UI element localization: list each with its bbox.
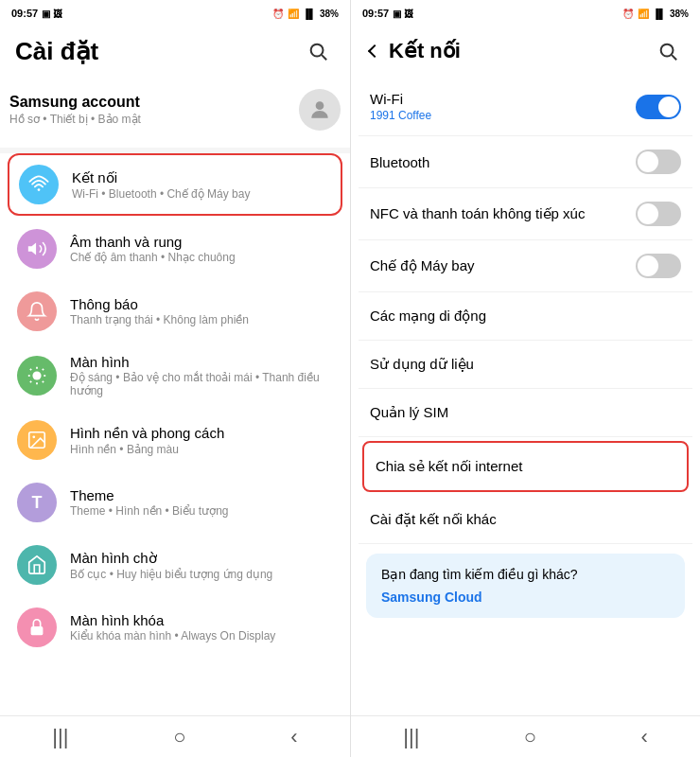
thong-bao-sub: Thanh trạng thái • Không làm phiền [70,313,249,326]
right-search-button[interactable] [651,34,685,68]
hinh-nen-sub: Hình nền • Bảng màu [70,443,224,456]
conn-data[interactable]: Sử dụng dữ liệu [359,341,692,389]
man-hinh-cho-sub: Bố cục • Huy hiệu biểu tượng ứng dụng [70,568,272,581]
right-status-bar: 09:57 ▣ 🖼 ⏰ 📶 ▐▌ 38% [351,0,700,26]
sidebar-item-man-hinh-cho[interactable]: Màn hình chờ Bố cục • Huy hiệu biểu tượn… [8,536,342,594]
svg-line-9 [30,369,31,370]
settings-list: Kết nối Wi-Fi • Bluetooth • Chế độ Máy b… [0,153,350,715]
mayBay-title: Chế độ Máy bay [370,257,475,274]
avatar [299,89,341,131]
conn-hotspot-wrapper: Chia sẻ kết nối internet [362,441,689,492]
left-status-right: ⏰ 📶 ▐▌ 38% [272,9,339,19]
nfc-title: NFC và thanh toán không tiếp xúc [370,205,585,222]
svg-line-17 [672,55,676,60]
sidebar-item-man-hinh[interactable]: Màn hình Độ sáng • Bảo vệ cho mắt thoải … [8,344,342,407]
wifi-toggle-knob [658,97,679,117]
left-header: Cài đặt [0,26,350,78]
right-page-title: Kết nối [389,39,461,63]
left-panel: 09:57 ▣ 🖼 ⏰ 📶 ▐▌ 38% Cài đặt Samsung acc… [0,0,350,757]
conn-nfc[interactable]: NFC và thanh toán không tiếp xúc [359,188,692,240]
right-header: Kết nối [351,26,700,78]
samsung-account-item[interactable]: Samsung account Hồ sơ • Thiết bị • Bảo m… [0,78,350,142]
man-hinh-cho-icon [17,545,57,585]
thong-bao-icon [17,291,57,331]
left-signal-icon: ▐▌ [303,9,316,19]
conn-hotspot[interactable]: Chia sẻ kết nối internet [364,443,687,490]
right-status-time: 09:57 ▣ 🖼 [362,8,413,19]
other-title: Cài đặt kết nối khác [370,511,497,528]
svg-line-12 [30,381,31,382]
wifi-title: Wi-Fi [370,91,431,107]
suggestion-box: Bạn đang tìm kiếm điều gì khác? Samsung … [366,554,685,618]
sidebar-item-man-hinh-khoa[interactable]: Màn hình khóa Kiểu khóa màn hình • Alway… [8,598,342,657]
right-nav-home[interactable]: ○ [524,725,536,749]
left-alarm-icon: ⏰ [272,9,284,19]
bluetooth-toggle[interactable] [636,150,681,174]
sim-title: Quản lý SIM [370,404,448,421]
conn-bluetooth[interactable]: Bluetooth [359,136,692,188]
man-hinh-cho-title: Màn hình chờ [70,550,272,567]
sidebar-item-ket-noi[interactable]: Kết nối Wi-Fi • Bluetooth • Chế độ Máy b… [8,153,342,216]
conn-sim[interactable]: Quản lý SIM [359,389,692,437]
man-hinh-khoa-icon [17,607,57,647]
samsung-account-title: Samsung account [9,94,141,111]
svg-point-0 [311,44,324,57]
sidebar-item-theme[interactable]: T Theme Theme • Hình nền • Biểu tượng [8,473,342,532]
svg-point-16 [661,44,674,57]
left-status-time: 09:57 ▣ 🖼 [11,8,62,19]
sidebar-item-hinh-nen[interactable]: Hình nền và phong cách Hình nền • Bảng m… [8,411,342,469]
theme-title: Theme [70,487,228,503]
svg-point-2 [316,101,324,110]
wifi-toggle[interactable] [636,95,681,119]
right-battery: 38% [670,9,689,19]
hinh-nen-title: Hình nền và phong cách [70,425,224,442]
left-nav-back[interactable]: ‹ [290,725,297,749]
bluetooth-title: Bluetooth [370,154,429,170]
right-panel: 09:57 ▣ 🖼 ⏰ 📶 ▐▌ 38% Kết nối [350,0,700,757]
right-status-right: ⏰ 📶 ▐▌ 38% [622,9,689,19]
left-battery: 38% [320,9,339,19]
conn-wifi[interactable]: Wi-Fi 1991 Coffee [359,78,692,136]
ket-noi-sub: Wi-Fi • Bluetooth • Chế độ Máy bay [72,187,250,201]
left-nav-menu[interactable]: ||| [52,725,68,749]
left-page-title: Cài đặt [15,37,98,66]
back-button[interactable] [366,39,383,63]
right-nav-back[interactable]: ‹ [640,725,647,749]
left-status-icons: ▣ 🖼 [42,9,62,19]
samsung-account-sub: Hồ sơ • Thiết bị • Bảo mật [9,113,141,126]
man-hinh-title: Màn hình [70,354,333,370]
ket-noi-title: Kết nối [72,169,250,186]
mayBay-toggle-knob [638,255,658,276]
svg-point-14 [32,435,35,438]
suggestion-link[interactable]: Samsung Cloud [381,590,670,605]
left-nav-home[interactable]: ○ [173,725,185,749]
ket-noi-icon [19,165,59,204]
suggestion-question: Bạn đang tìm kiếm điều gì khác? [381,567,670,582]
svg-rect-15 [31,626,44,635]
am-thanh-title: Âm thanh và rung [70,234,236,250]
theme-icon: T [17,483,57,522]
sidebar-item-am-thanh[interactable]: Âm thanh và rung Chế độ âm thanh • Nhạc … [8,220,342,278]
mayBay-toggle[interactable] [636,254,681,278]
nfc-toggle-knob [638,203,658,224]
conn-mobile[interactable]: Các mạng di động [359,292,692,341]
connection-list: Wi-Fi 1991 Coffee Bluetooth NFC và thanh… [351,78,700,715]
left-nav-bar: ||| ○ ‹ [0,715,350,757]
right-status-icons: ▣ 🖼 [393,9,413,19]
man-hinh-icon [17,356,57,396]
data-title: Sử dụng dữ liệu [370,356,474,373]
man-hinh-khoa-sub: Kiểu khóa màn hình • Always On Display [70,629,275,643]
conn-other[interactable]: Cài đặt kết nối khác [359,496,692,544]
bluetooth-toggle-knob [638,151,658,172]
left-time: 09:57 [11,8,38,19]
thong-bao-title: Thông báo [70,296,249,312]
conn-mayBay[interactable]: Chế độ Máy bay [359,240,692,292]
am-thanh-icon [17,229,57,269]
right-nav-menu[interactable]: ||| [403,725,419,749]
man-hinh-sub: Độ sáng • Bảo vệ cho mắt thoải mái • Tha… [70,371,333,397]
svg-line-10 [43,381,44,382]
nfc-toggle[interactable] [636,202,681,226]
sidebar-item-thong-bao[interactable]: Thông báo Thanh trạng thái • Không làm p… [8,282,342,341]
left-search-button[interactable] [301,34,335,68]
mobile-title: Các mạng di động [370,308,486,325]
